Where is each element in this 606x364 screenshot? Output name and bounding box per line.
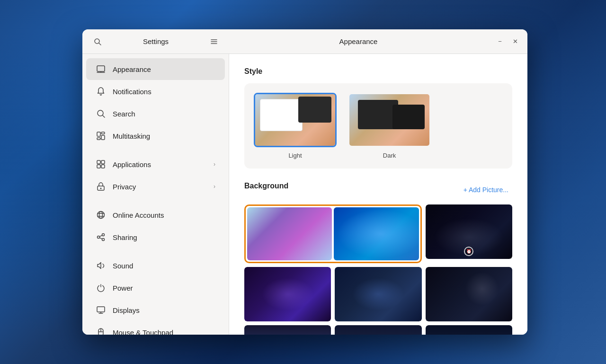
bg-thumb-poly[interactable] [247,207,332,260]
sidebar-label-power: Power [113,284,215,292]
svg-line-9 [103,115,105,117]
style-label-dark: Dark [383,152,396,159]
sidebar-label-search: Search [113,110,215,118]
style-thumb-dark[interactable] [348,93,431,147]
sidebar-item-online-accounts[interactable]: Online Accounts [86,204,225,226]
applications-chevron: › [214,161,215,168]
titlebar: Settings Appearance − ✕ [82,29,527,54]
svg-rect-12 [101,135,105,140]
svg-line-1 [99,43,101,45]
svg-point-21 [99,212,103,219]
bg-selected-group[interactable] [244,204,422,263]
sidebar-item-appearance[interactable]: Appearance [86,58,225,80]
svg-rect-17 [101,165,105,168]
background-grid: ⏰ [244,204,512,335]
sidebar-item-search[interactable]: Search [86,103,225,124]
sound-icon [96,260,106,271]
svg-point-24 [102,234,105,236]
clock-overlay: ⏰ [464,247,473,256]
sidebar-label-privacy: Privacy [113,183,207,191]
svg-point-8 [98,110,103,116]
svg-line-28 [99,238,102,239]
window-body: Appearance Notifications [82,54,527,335]
bg-thumb-mountain1[interactable] [244,325,331,335]
background-header: Background + Add Picture... [244,182,512,198]
sidebar-item-privacy[interactable]: Privacy › [86,176,225,197]
menu-button[interactable] [206,34,222,49]
mouse-icon [96,327,106,335]
applications-icon [96,159,106,169]
sidebar: Appearance Notifications [82,54,229,335]
style-options: Light Dark [254,93,503,159]
page-title: Appearance [229,37,488,45]
settings-window: Settings Appearance − ✕ [82,29,527,335]
power-icon [96,283,106,293]
add-picture-button[interactable]: + Add Picture... [460,184,512,195]
window-controls: − ✕ [488,35,527,48]
sidebar-item-power[interactable]: Power [86,277,225,299]
bg-thumb-earth[interactable]: ⏰ [426,204,512,259]
style-option-dark[interactable]: Dark [348,93,431,159]
separator-3 [82,249,229,254]
sidebar-label-online-accounts: Online Accounts [113,211,215,219]
style-label-light: Light [288,152,302,159]
search-button[interactable] [90,34,105,49]
sidebar-item-sharing[interactable]: Sharing [86,226,225,248]
svg-line-27 [99,235,102,237]
sidebar-label-sound: Sound [113,262,215,270]
sidebar-item-sound[interactable]: Sound [86,255,225,276]
sidebar-label-sharing: Sharing [113,233,215,241]
sidebar-label-applications: Applications [113,160,207,169]
bg-thumb-mountain3[interactable] [426,325,512,335]
sidebar-item-displays[interactable]: Displays [86,299,225,321]
bg-thumb-galaxy1[interactable] [244,267,331,321]
svg-rect-10 [97,132,100,136]
bg-thumb-galaxy2[interactable] [335,267,421,321]
displays-icon [96,305,106,315]
svg-rect-13 [97,138,100,140]
sidebar-item-notifications[interactable]: Notifications [86,80,225,102]
svg-rect-14 [97,160,100,164]
minimize-button[interactable]: − [493,35,507,48]
style-section-title: Style [244,67,512,76]
privacy-chevron: › [214,183,215,190]
sidebar-label-mouse: Mouse & Touchpad [113,328,215,335]
style-thumb-light[interactable] [254,93,337,147]
svg-rect-29 [97,307,105,312]
svg-rect-11 [101,132,105,134]
svg-rect-15 [101,160,105,164]
sidebar-label-notifications: Notifications [113,88,215,96]
separator-1 [82,147,229,153]
svg-point-19 [100,188,102,189]
sidebar-label-multitasking: Multitasking [113,132,215,140]
svg-point-26 [102,239,105,241]
add-picture-label: + Add Picture... [463,186,508,194]
sidebar-item-multitasking[interactable]: Multitasking [86,125,225,147]
background-section-title: Background [244,182,288,190]
settings-title: Settings [109,37,203,45]
sidebar-label-appearance: Appearance [113,65,215,73]
svg-point-25 [98,236,100,239]
style-card: Light Dark [244,83,512,169]
close-button[interactable]: ✕ [508,35,522,48]
sidebar-item-applications[interactable]: Applications › [86,153,225,175]
svg-point-20 [98,212,105,219]
titlebar-left: Settings [82,34,229,49]
search-sidebar-icon [96,108,106,119]
sidebar-item-mouse-touchpad[interactable]: Mouse & Touchpad [86,321,225,335]
privacy-icon [96,181,106,192]
svg-rect-5 [97,66,105,71]
bg-thumb-moon[interactable] [426,267,512,321]
notifications-icon [96,86,106,97]
bg-thumb-mountain2[interactable] [335,325,421,335]
multitasking-icon [96,131,106,141]
content-area: Style Light [229,54,527,335]
sidebar-label-displays: Displays [113,306,215,314]
separator-2 [82,198,229,204]
appearance-icon [96,64,106,74]
sharing-icon [96,232,106,242]
bg-thumb-win11[interactable] [334,207,419,260]
style-option-light[interactable]: Light [254,93,337,159]
svg-rect-16 [97,165,100,168]
online-accounts-icon [96,210,106,220]
